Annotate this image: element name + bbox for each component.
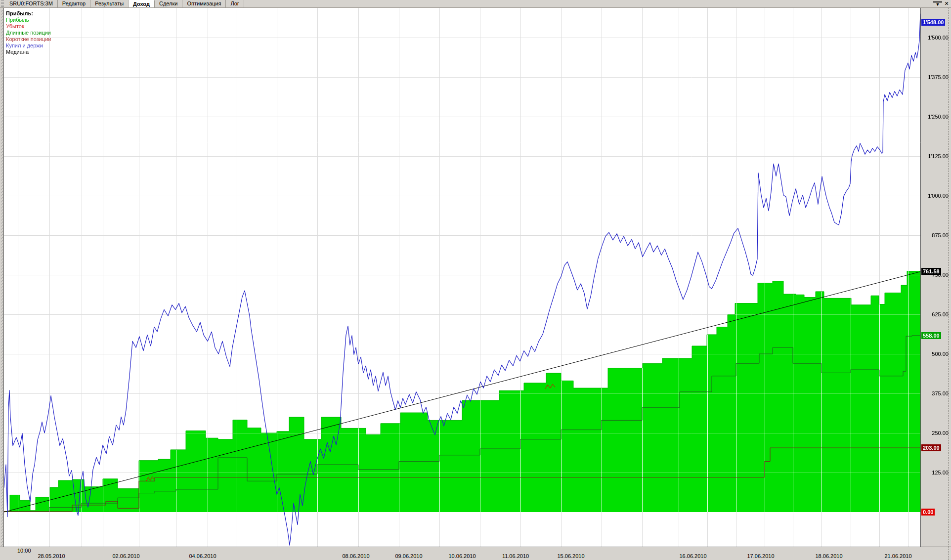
chart-legend: Прибыль: ПрибыльУбытокДлинные позицииКор… [6, 10, 51, 55]
x-axis-date-label: 16.06.2010 [679, 553, 706, 559]
y-axis-tick-label: 250.00 [921, 430, 949, 436]
y-axis-tick-label: 1'375.00 [921, 74, 949, 81]
y-axis-tick-label: 1'500.00 [921, 35, 949, 41]
current-value-tag: 1'548.00 [921, 19, 945, 26]
x-axis-date-label: 21.06.2010 [884, 553, 911, 559]
tab-оптимизация[interactable]: Оптимизация [182, 0, 226, 7]
panel-right-edge [949, 7, 949, 560]
y-axis-tick-label: 1'000.00 [921, 193, 949, 199]
y-axis-tick-label: 375.00 [921, 390, 949, 397]
tab-редактор[interactable]: Редактор [58, 0, 90, 7]
tabs-host: SRU0:FORTS:3MРедакторРезультатыДоходСдел… [5, 0, 244, 7]
tab-доход[interactable]: Доход [129, 0, 155, 7]
tab-bar: SRU0:FORTS:3MРедакторРезультатыДоходСдел… [0, 0, 951, 8]
x-axis-date-label: 10.06.2010 [448, 553, 476, 559]
x-axis-date-label: 04.06.2010 [189, 553, 216, 559]
x-axis-time-label: 10:00 [17, 548, 31, 554]
x-axis-date-label: 08.06.2010 [342, 553, 369, 559]
y-axis-tick-label: 500.00 [921, 351, 949, 357]
pin-menu-icon[interactable]: ▼ [933, 1, 942, 7]
x-axis-date-label: 02.06.2010 [112, 553, 139, 559]
x-axis-date-label: 11.06.2010 [502, 553, 529, 559]
x-axis-date-label: 18.06.2010 [815, 553, 842, 559]
x-axis-date-label: 09.06.2010 [395, 553, 422, 559]
legend-item: Прибыль [6, 17, 51, 23]
x-axis-date-label: 17.06.2010 [747, 553, 774, 559]
current-value-tag: 761.58 [921, 268, 941, 275]
current-value-tag: 558.00 [921, 332, 941, 339]
y-axis-tick-label: 625.00 [921, 311, 949, 318]
y-axis-tick-label: 125.00 [921, 470, 949, 476]
toolbar-grip-handle[interactable] [1, 0, 4, 7]
x-axis-date-label: 28.05.2010 [38, 553, 65, 559]
current-value-tag: 0.00 [921, 509, 935, 516]
legend-item: Убыток [6, 23, 51, 30]
legend-item: Медиана [6, 49, 51, 55]
close-icon[interactable]: ✕ [942, 0, 951, 7]
legend-items: ПрибыльУбытокДлинные позицииКороткие поз… [6, 17, 51, 55]
tabbar-spacer [244, 0, 933, 7]
current-value-tag: 203.00 [921, 444, 941, 451]
y-axis-gutter: 1'500.001'375.001'250.001'125.001'000.00… [920, 7, 951, 547]
y-axis-tick-label: 1'250.00 [921, 114, 949, 120]
tab-sru0-forts-3m[interactable]: SRU0:FORTS:3M [5, 0, 58, 7]
equity-chart-canvas[interactable] [0, 0, 951, 560]
tab-результаты[interactable]: Результаты [90, 0, 129, 7]
trading-terminal-window: { "window": { "tabs": [ {"label": "SRU0:… [0, 0, 951, 560]
legend-title: Прибыль: [6, 10, 51, 17]
x-axis-date-label: 15.06.2010 [557, 553, 584, 559]
legend-item: Купил и держи [6, 43, 51, 49]
y-axis-tick-label: 875.00 [921, 232, 949, 239]
y-axis-tick-label: 1'125.00 [921, 153, 949, 160]
x-axis-strip: 10:00 28.05.201002.06.201004.06.201008.0… [0, 547, 951, 560]
legend-item: Короткие позиции [6, 36, 51, 43]
legend-item: Длинные позиции [6, 30, 51, 36]
tab-сделки[interactable]: Сделки [155, 0, 183, 7]
tab-лог[interactable]: Лог [226, 0, 244, 7]
